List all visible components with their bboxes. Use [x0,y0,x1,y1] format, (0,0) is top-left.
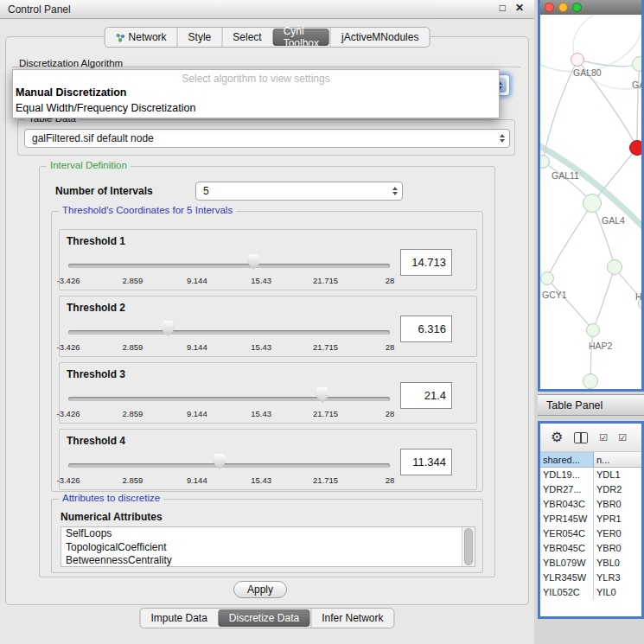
table-data-combobox[interactable]: galFiltered.sif default node [24,129,510,148]
network-node-gal80[interactable] [571,53,584,67]
dropdown-option-equal-width-frequency-discretization[interactable]: Equal Width/Frequency Discretization [13,101,499,117]
select-none-checkbox-icon[interactable]: ☑ [618,432,626,443]
table-cell: YDR2 [594,482,641,497]
window-title: Control Panel [8,3,71,16]
network-node[interactable] [629,140,641,156]
float-window-icon[interactable]: □ [500,2,506,14]
number-of-intervals-label: Number of Intervals [55,185,153,197]
slider-tick-label: 21.715 [313,409,338,418]
slider-tick-label: 28 [386,409,395,418]
table-row[interactable]: YBR043CYBR0 [540,497,641,512]
slider-track[interactable] [68,463,390,468]
algorithm-options-list: Manual DiscretizationEqual Width/Frequen… [13,86,499,117]
tab-jactivemnodules[interactable]: jActiveMNodules [330,28,429,47]
threshold-3-panel: Threshold 3 -3.4262.8599.14415.4321.7152… [59,362,477,424]
tab-select[interactable]: Select [221,28,271,47]
column-header-name[interactable]: n... [594,452,641,467]
tab-label: Discretize Data [229,612,299,624]
tab-discretize-data[interactable]: Discretize Data [219,609,309,627]
minimize-traffic-light-icon[interactable] [558,3,568,12]
attributes-scrollbar[interactable] [462,527,475,566]
gear-icon[interactable]: ⚙ [551,430,563,444]
combobox-stepper-icon[interactable] [500,134,505,143]
threshold-1-slider[interactable] [68,252,390,273]
tab-network[interactable]: Network [105,28,177,47]
select-all-checkbox-icon[interactable]: ☑ [599,432,607,443]
threshold-2-slider[interactable] [68,319,390,340]
threshold-4-value-field[interactable]: 11.344 [400,449,452,475]
network-node[interactable] [607,259,622,275]
number-of-intervals-combobox[interactable]: 5 [195,182,403,201]
close-window-icon[interactable]: ✕ [515,2,524,14]
interval-definition-group: Interval Definition Number of Intervals … [39,166,495,577]
table-panel-title: Table Panel [546,399,603,411]
tab-cyni-toolbox[interactable]: Cyni Toolbox [273,29,329,46]
columns-icon[interactable] [574,432,588,443]
attribute-item-betweennesscentrality[interactable]: BetweennessCentrality [61,554,475,567]
attribute-item-topologicalcoefficient[interactable]: TopologicalCoefficient [61,541,475,555]
scrollbar-thumb[interactable] [464,528,473,565]
table-row[interactable]: YDL19...YDL1 [540,468,641,482]
table-cell: YDR27... [540,482,594,497]
attribute-item-selfloops[interactable]: SelfLoops [61,527,475,541]
table-row[interactable]: YIL052CYIL0 [540,585,641,600]
tab-label: Cyni Toolbox [284,25,319,49]
table-row[interactable]: YPR145WYPR1 [540,512,641,526]
network-node-gal4[interactable] [583,194,602,213]
threshold-2-value-field[interactable]: 6.316 [400,316,452,342]
network-node-label: GAL4 [602,215,625,226]
slider-track[interactable] [68,397,390,401]
table-row[interactable]: YLR345WYLR3 [540,571,641,585]
node-attribute-table: shared... n... YDL19...YDL1YDR27...YDR2Y… [540,452,641,616]
tab-label: Network [129,31,167,43]
control-panel-titlebar[interactable]: Control Panel □ ✕ [0,0,534,19]
algorithm-placeholder-text: Select algorithm to view settings [13,70,499,86]
threshold-3-value-field[interactable]: 21.4 [400,382,452,409]
slider-tick-label: -3.426 [57,342,80,352]
tab-label: Style [188,31,212,43]
numerical-attributes-list[interactable]: SelfLoopsTopologicalCoefficientBetweenne… [61,526,475,567]
apply-button[interactable]: Apply [233,581,287,598]
table-panel-header[interactable]: Table Panel [538,394,644,416]
threshold-4-slider[interactable] [68,452,390,473]
network-node[interactable] [583,373,598,389]
threshold-3-label: Threshold 3 [67,368,125,380]
network-node-gcy1[interactable] [540,271,554,285]
attributes-group: Attributes to discretize Numerical Attri… [51,499,483,573]
tab-impute-data[interactable]: Impute Data [140,609,217,628]
slider-tick-label: 15.43 [251,409,271,418]
threshold-3-slider[interactable] [68,386,390,406]
algorithm-dropdown-popup: Select algorithm to view settings Manual… [12,69,500,118]
network-view-window: GAL80GAGAL11GAL4GCY1HHAP2 [538,0,644,392]
close-traffic-light-icon[interactable] [545,3,554,12]
threshold-2-panel: Threshold 2 -3.4262.8599.14415.4321.7152… [59,296,477,357]
table-rows: YDL19...YDL1YDR27...YDR2YBR043CYBR0YPR14… [540,468,641,600]
table-header-row: shared... n... [540,452,641,468]
combobox-stepper-icon[interactable] [392,187,398,195]
network-canvas[interactable]: GAL80GAGAL11GAL4GCY1HHAP2 [540,15,641,389]
network-node-hap2[interactable] [586,323,600,337]
slider-tick-label: -3.426 [57,276,80,285]
slider-track[interactable] [68,264,390,268]
slider-tick-labels: -3.4262.8599.14415.4321.71528 [68,409,390,419]
slider-track[interactable] [68,330,390,335]
network-window-titlebar[interactable] [540,0,641,15]
threshold-1-value-field[interactable]: 14.713 [400,249,452,276]
table-row[interactable]: YBL079WYBL0 [540,556,641,571]
column-header-shared-name[interactable]: shared... [540,452,594,467]
dropdown-option-manual-discretization[interactable]: Manual Discretization [13,86,499,101]
table-row[interactable]: YER054CYER0 [540,526,641,541]
thresholds-group: Threshold's Coordinates for 5 Intervals … [51,211,483,492]
network-node-ga[interactable] [632,56,641,72]
table-row[interactable]: YBR045CYBR0 [540,541,641,556]
window-buttons: □ ✕ [500,2,524,14]
zoom-traffic-light-icon[interactable] [572,3,582,12]
threshold-2-label: Threshold 2 [67,302,125,314]
numerical-attributes-label: Numerical Attributes [61,511,163,523]
interval-definition-title: Interval Definition [47,160,131,170]
table-row[interactable]: YDR27...YDR2 [540,482,641,497]
slider-tick-label: 21.715 [313,342,338,352]
tab-style[interactable]: Style [177,28,222,47]
tab-infer-network[interactable]: Infer Network [310,609,393,628]
table-cell: YBR0 [594,497,641,512]
